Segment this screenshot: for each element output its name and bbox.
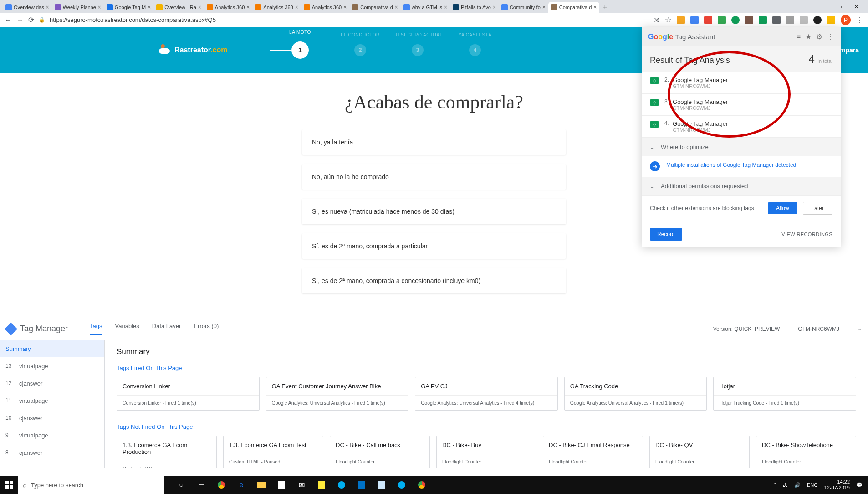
tag-card[interactable]: GA PV CJ Google Analytics: Universal Ana… [415,377,558,411]
ext-icon-1[interactable] [677,16,685,24]
wizard-step[interactable]: LA MOTO 1 [291,41,309,59]
view-recordings-link[interactable]: VIEW RECORDINGS [781,232,832,237]
where-to-optimize-accordion[interactable]: ⌄ Where to optimize [642,138,841,156]
tray-volume-icon[interactable]: 🔊 [794,482,801,488]
edge-icon[interactable]: e [233,477,250,493]
tab-close-icon[interactable]: × [343,4,347,10]
notepad-icon[interactable] [373,477,390,493]
taskbar-clock[interactable]: 14:22 12-07-2019 [824,479,850,491]
browser-tab[interactable]: Comparativa d × [548,2,600,13]
tag-card[interactable]: DC - Bike - Call me back Floodlight Coun… [330,436,430,468]
browser-tab[interactable]: Community fo × [499,2,548,13]
new-tab-button[interactable]: + [599,2,610,13]
gtm-tab[interactable]: Variables [115,323,139,335]
tab-close-icon[interactable]: × [148,4,151,10]
skype2-icon[interactable] [393,477,410,493]
gtm-event-row[interactable]: 9virtualpage [0,427,104,444]
answer-option[interactable]: No, aún no la he comprado [302,164,566,190]
chevron-down-icon[interactable]: ⌄ [858,326,862,332]
tab-close-icon[interactable]: × [444,4,447,10]
chrome-icon[interactable] [213,477,230,493]
answer-option[interactable]: Sí, es nueva (matriculada hace menos de … [302,199,566,224]
tag-result-row[interactable]: ⟨⟩ 2. Google Tag Manager GTM-NRC6WMJ [642,72,841,94]
tag-result-row[interactable]: ⟨⟩ 4. Google Tag Manager GTM-NRC6WMJ [642,116,841,138]
tag-card[interactable]: 1.3. Ecomerce GA Ecom Test Custom HTML -… [223,436,323,468]
ext-icon-6[interactable] [745,16,753,24]
browser-tab[interactable]: why a GTM is × [401,2,450,13]
task-view-icon[interactable]: ▭ [193,477,209,493]
mail-icon[interactable]: ✉ [293,477,310,493]
browser-tab[interactable]: Comparativa d × [349,2,401,13]
gtm-tab[interactable]: Errors (0) [194,323,219,335]
ext-icon-3[interactable] [704,16,712,24]
chrome-menu-icon[interactable]: ⋮ [856,15,863,24]
tag-result-row[interactable]: ⟨⟩ 3. Google Tag Manager GTM-NRC6WMJ [642,94,841,116]
ext-icon-7[interactable] [759,16,767,24]
forward-button[interactable]: → [16,16,24,24]
additional-permissions-accordion[interactable]: ⌄ Additional permissions requested [642,177,841,195]
tab-close-icon[interactable]: × [593,4,597,10]
gtm-tab[interactable]: Data Layer [152,323,181,335]
filter-icon[interactable]: ≡ [797,32,801,41]
browser-tab[interactable]: Overview das × [3,2,52,13]
tag-card[interactable]: GA Event Customer Journey Answer Bike Go… [266,377,409,411]
star-icon[interactable]: ☆ [665,15,671,24]
allow-button[interactable]: Allow [768,202,797,214]
browser-tab[interactable]: Analytics 360 × [301,2,349,13]
action-center-icon[interactable]: 💬 [856,482,863,488]
tab-close-icon[interactable]: × [295,4,298,10]
gtm-event-row[interactable]: 11virtualpage [0,392,104,409]
window-close[interactable]: ✕ [854,3,859,10]
tag-card[interactable]: Hotjar Hotjar Tracking Code - Fired 1 ti… [713,377,856,411]
browser-tab[interactable]: Pitfalls to Avo × [450,2,499,13]
ext-icon-8[interactable] [772,16,781,24]
outlook-icon[interactable] [353,477,370,493]
explorer-icon[interactable] [253,477,270,493]
tab-close-icon[interactable]: × [46,4,49,10]
tag-card[interactable]: DC - Bike- Buy Floodlight Counter [436,436,536,468]
window-maximize[interactable]: ▭ [837,3,842,10]
optimize-issue[interactable]: ➜ Multiple installations of Google Tag M… [642,156,841,177]
answer-option[interactable]: No, ya la tenía [302,129,566,155]
tag-card[interactable]: DC - Bike- ShowTelephone Floodlight Coun… [756,436,856,468]
gear-icon[interactable]: ⚙ [816,32,822,41]
back-button[interactable]: ← [5,16,12,24]
answer-option[interactable]: Sí, es de 2ª mano, comprada a particular [302,233,566,259]
more-icon[interactable]: ⋮ [827,32,834,41]
gtm-event-row[interactable]: 10cjanswer [0,409,104,427]
chrome2-icon[interactable] [414,477,430,493]
record-button[interactable]: Record [650,228,682,241]
profile-avatar[interactable]: P [841,15,851,25]
tab-close-icon[interactable]: × [542,4,546,10]
rastreator-logo[interactable]: Rastreator.com [159,46,228,55]
reload-button[interactable]: ⟳ [28,15,34,24]
store-icon[interactable] [273,477,290,493]
tab-close-icon[interactable]: × [246,4,250,10]
gtm-tab[interactable]: Tags [90,323,102,335]
start-button[interactable] [0,476,18,494]
browser-tab[interactable]: Google Tag M × [104,2,153,13]
later-button[interactable]: Later [803,202,832,215]
tray-network-icon[interactable]: 🖧 [783,482,788,488]
tray-lang-label[interactable]: ENG [807,482,818,488]
tray-chevron-icon[interactable]: ˄ [774,482,776,488]
translate-icon[interactable]: ⤨ [654,15,659,24]
browser-tab[interactable]: Overview - Ra × [153,2,204,13]
gtm-event-row[interactable]: 8cjanswer [0,444,104,461]
wizard-step[interactable]: YA CASI ESTÁ 4 [469,44,481,56]
browser-tab[interactable]: Analytics 360 × [252,2,301,13]
tag-card[interactable]: DC - Bike- QV Floodlight Counter [649,436,750,468]
tab-close-icon[interactable]: × [395,4,398,10]
answer-option[interactable]: Sí, es de 2ª mano, comprada a concesiona… [302,268,566,293]
ext-icon-12[interactable] [827,16,835,24]
tag-card[interactable]: GA Tracking Code Google Analytics: Unive… [564,377,707,411]
taskbar-search[interactable]: ⌕ Type here to search [18,476,164,494]
wizard-step[interactable]: TU SEGURO ACTUAL 3 [412,44,424,56]
ext-icon-11[interactable] [813,16,822,24]
ext-icon-4[interactable] [718,16,726,24]
ext-icon-2[interactable] [690,16,699,24]
tag-card[interactable]: DC - Bike- CJ Email Response Floodlight … [543,436,643,468]
ext-icon-9[interactable] [786,16,794,24]
gtm-event-row[interactable]: 13virtualpage [0,357,104,375]
address-bar[interactable]: https://seguro-moto.rastreator.com/datos… [50,16,649,23]
